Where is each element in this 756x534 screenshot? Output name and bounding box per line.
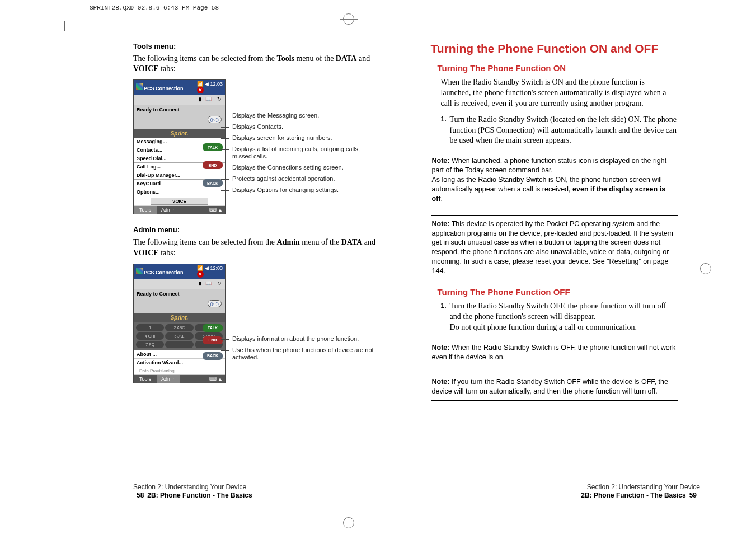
close-icon: ✕: [197, 87, 204, 93]
antenna-icon: ((○)): [208, 116, 222, 123]
text: The following items can be selected from…: [133, 54, 277, 63]
tab: Tools: [134, 206, 157, 214]
keypad-key: 2 ABC: [165, 324, 193, 331]
clock: 12:03: [210, 81, 223, 87]
note-1: Note: When launched, a phone function st…: [431, 152, 678, 208]
step-number: 1.: [441, 115, 447, 147]
registration-mark: [343, 13, 354, 25]
close-icon: ✕: [197, 271, 204, 278]
keyboard-icon: ⌨ ▲: [180, 375, 226, 383]
section-heading-off: Turning The Phone Function OFF: [438, 287, 678, 297]
app-title: PCS Connection: [144, 86, 184, 91]
page-title: Turning the Phone Function ON and OFF: [431, 42, 678, 55]
admin-menu-heading: Admin menu:: [133, 226, 381, 234]
book-icon: 📖: [204, 280, 212, 287]
callout: Displays the Messaging screen.: [229, 112, 381, 120]
note-label: Note:: [432, 344, 450, 352]
note-3: Note: When the Radio Standby Switch is O…: [431, 339, 678, 367]
text: menu of the: [300, 238, 341, 246]
page-footer: Section 2: Understanding Your Device 582…: [133, 483, 252, 500]
end-button-icon: END: [203, 336, 223, 344]
text: When the Radio Standby Switch is OFF, th…: [432, 344, 676, 361]
text: The following items can be selected from…: [133, 238, 277, 246]
keyboard-icon: ⌨ ▲: [180, 206, 226, 214]
tools-menu-heading: Tools menu:: [133, 42, 381, 50]
book-icon: 📖: [204, 96, 212, 103]
step-text: Do not quit phone function during a call…: [450, 323, 637, 331]
text: DATA: [341, 238, 363, 246]
paragraph: When the Radio Standby Switch is ON and …: [441, 77, 673, 109]
tools-callouts: Displays the Messaging screen. Displays …: [229, 79, 381, 197]
crop-corner: [64, 21, 65, 31]
note-label: Note:: [432, 157, 450, 165]
back-button-icon: BACK: [203, 179, 223, 187]
callout: Displays screen for storing numbers.: [229, 134, 381, 142]
status-text: Ready to Connect: [134, 289, 225, 299]
subsection-label: 2B: Phone Function - The Basics: [581, 491, 685, 499]
tools-intro: The following items can be selected from…: [133, 54, 381, 74]
callout: Displays the Connections setting screen.: [229, 164, 381, 172]
windows-flag-icon: [136, 83, 143, 90]
keypad-key: 1: [136, 324, 164, 331]
talk-button-icon: TALK: [203, 324, 223, 332]
refresh-icon: ↻: [214, 280, 222, 287]
menu-item: Options...: [134, 188, 225, 196]
callout: Displays a list of incoming calls, outgo…: [229, 146, 381, 161]
step-1-off: 1. Turn the Radio Standby Switch OFF. th…: [441, 301, 678, 333]
refresh-icon: ↻: [214, 96, 222, 103]
callout: Displays information about the phone fun…: [229, 335, 381, 343]
menu-item: Data Provisioning: [134, 367, 225, 375]
admin-screenshot: PCS Connection 📶 ◀ 12:03 ✕ ▮📖↻ Ready to …: [133, 264, 226, 383]
callout: Displays Options for changing settings.: [229, 186, 381, 194]
text: .: [440, 195, 442, 203]
print-header: SPRINT2B.QXD 02.8.6 6:43 PM Page 58: [90, 4, 219, 11]
app-title: PCS Connection: [144, 270, 184, 275]
page-number: 58: [137, 491, 144, 499]
tab: Admin: [157, 206, 180, 214]
status-text: Ready to Connect: [134, 105, 225, 115]
step-text: Turn the Radio Standby Switch (located o…: [450, 115, 678, 147]
step-text: Turn the Radio Standby Switch OFF. the p…: [450, 302, 666, 321]
text: tabs:: [159, 64, 176, 73]
talk-button-icon: TALK: [203, 143, 223, 151]
sprint-logo: Sprint.: [134, 129, 225, 138]
registration-mark: [700, 263, 711, 274]
section-label: Section 2: Understanding Your Device: [581, 483, 700, 492]
admin-callouts: Displays information about the phone fun…: [229, 264, 381, 365]
admin-intro: The following items can be selected from…: [133, 237, 381, 257]
step-number: 1.: [441, 301, 447, 333]
clock: 12:03: [210, 265, 223, 271]
page-footer: Section 2: Understanding Your Device 2B:…: [581, 483, 700, 500]
voice-label: VOICE: [151, 198, 208, 205]
callout: Use this when the phone functions of dev…: [229, 346, 381, 362]
battery-icon: ▮: [194, 96, 201, 103]
section-heading-on: Turning The Phone Function ON: [438, 63, 678, 73]
step-1-on: 1. Turn the Radio Standby Switch (locate…: [441, 115, 678, 147]
keypad-key: [165, 341, 193, 348]
end-button-icon: END: [203, 161, 223, 169]
page-number: 59: [689, 491, 697, 499]
text: Tools: [277, 54, 294, 63]
keypad-key: 4 GHI: [136, 332, 164, 340]
battery-icon: ▮: [194, 280, 201, 287]
text: and: [362, 238, 375, 246]
text: DATA: [336, 54, 357, 63]
callout: Protects against accidental operation.: [229, 175, 381, 183]
text: If you turn the Radio Standby Switch OFF…: [432, 378, 668, 395]
page-58: Tools menu: The following items can be s…: [90, 42, 381, 500]
note-label: Note:: [432, 378, 450, 386]
note-4: Note: If you turn the Radio Standby Swit…: [431, 373, 678, 401]
back-button-icon: BACK: [203, 352, 223, 360]
callout: Displays Contacts.: [229, 123, 381, 131]
text: and: [356, 54, 370, 63]
text: VOICE: [133, 64, 159, 73]
menu-item: Dial-Up Manager...: [134, 171, 225, 180]
text: menu of the: [294, 54, 336, 63]
note-2: Note: This device is operated by the Poc…: [431, 215, 678, 280]
text: tabs:: [159, 249, 176, 257]
tab: Admin: [157, 375, 180, 383]
note-label: Note:: [432, 220, 450, 228]
subsection-label: 2B: Phone Function - The Basics: [147, 491, 252, 499]
page-59: Turning the Phone Function ON and OFF Tu…: [431, 42, 701, 500]
keypad-key: 7 PQ: [136, 341, 164, 348]
